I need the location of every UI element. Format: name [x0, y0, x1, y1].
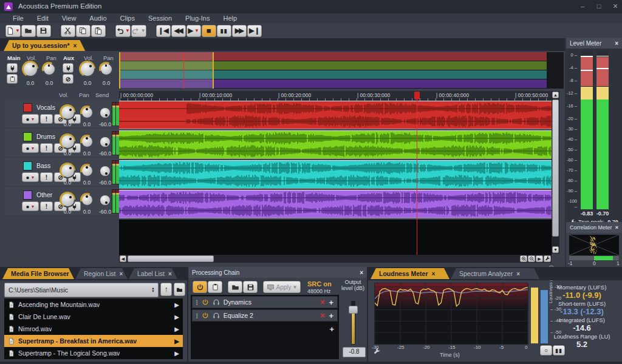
track-lane-vocals[interactable]	[119, 101, 552, 129]
track-header-drums[interactable]: Drums ●▼ ! ⊘ 0.0 0.0 -60.0	[5, 129, 119, 157]
session-tab[interactable]: Up to you.session* ×	[4, 40, 85, 51]
timeline-ruler[interactable]: | 00:00:00:000| 00:00:10:000| 00:00:20:0…	[119, 91, 552, 101]
record-arm-button[interactable]: ●▼	[22, 114, 39, 124]
scroll-down-icon[interactable]: ▼	[552, 246, 559, 253]
scroll-up-icon[interactable]: ▲	[552, 92, 559, 98]
output-level-value[interactable]: -0.8	[343, 347, 366, 357]
solo-button[interactable]: !	[40, 114, 53, 124]
path-dropdown[interactable]: C:\Users\Stian\Music ▲▼	[4, 283, 159, 297]
processing-chain-close-icon[interactable]: ×	[360, 269, 363, 276]
preview-play-icon[interactable]: ▶	[174, 338, 179, 345]
stop-button[interactable]: ■	[202, 25, 216, 37]
effect-power-icon[interactable]	[202, 298, 209, 306]
track-header-bass[interactable]: Bass ●▼ ! ⊘ 0.0 0.0 -60.0	[5, 158, 119, 186]
menu-clips[interactable]: Clips	[114, 15, 142, 22]
file-row[interactable]: Nimrod.wav▶	[4, 323, 183, 335]
main-volume-knob[interactable]	[22, 61, 38, 77]
menu-plugins[interactable]: Plug-Ins	[179, 15, 216, 22]
zoom-out-icon[interactable]	[528, 255, 535, 262]
tab-media-file-browser[interactable]: Media File Browser×	[2, 268, 74, 279]
track-volume-knob[interactable]	[60, 192, 75, 207]
vertical-scrollbar[interactable]: ▲▼	[552, 91, 559, 254]
apply-button[interactable]: Apply▼	[263, 281, 301, 293]
fast-forward-button[interactable]: ▶▶	[232, 25, 247, 37]
close-button[interactable]: ✕	[610, 2, 621, 12]
file-row[interactable]: Supertramp - The Logical Song.wav▶	[4, 347, 183, 359]
file-row[interactable]: Clair De Lune.wav▶	[4, 311, 183, 323]
tab-close-icon[interactable]: ×	[120, 271, 123, 277]
track-volume-knob[interactable]	[60, 163, 75, 178]
effect-listen-icon[interactable]	[213, 312, 220, 319]
track-lane-drums[interactable]	[119, 130, 552, 159]
menu-audio[interactable]: Audio	[83, 15, 113, 22]
track-pan-knob[interactable]	[80, 193, 94, 206]
track-color-swatch[interactable]	[23, 190, 32, 200]
overview-viewport[interactable]	[119, 52, 214, 89]
path-spinner-icon[interactable]: ▲▼	[151, 287, 158, 293]
v-scroll-thumb[interactable]	[552, 99, 559, 237]
menu-session[interactable]: Session	[142, 15, 179, 22]
effect-add-icon[interactable]: +	[329, 298, 333, 307]
level-meter-close-icon[interactable]: ×	[615, 40, 618, 47]
track-pan-knob[interactable]	[80, 135, 94, 148]
arrangement-settings-icon[interactable]	[544, 255, 551, 262]
track-pan-knob[interactable]	[80, 106, 94, 119]
redo-button[interactable]: ▼	[131, 25, 146, 37]
file-row[interactable]: Ascending the Mountain.wav▶	[4, 298, 183, 311]
track-color-swatch[interactable]	[23, 161, 32, 170]
chain-clipboard-button[interactable]	[208, 281, 222, 293]
paste-button[interactable]	[91, 25, 106, 37]
go-to-start-button[interactable]: ❙◀	[156, 25, 171, 37]
go-to-end-button[interactable]: ▶❙	[247, 25, 262, 37]
track-color-swatch[interactable]	[23, 103, 32, 112]
folder-up-button[interactable]: ↑	[160, 283, 172, 296]
track-lane-other[interactable]	[119, 190, 552, 218]
playhead-marker[interactable]	[414, 92, 420, 99]
session-overview[interactable]	[119, 52, 564, 89]
tab-close-icon[interactable]: ×	[516, 271, 520, 277]
track-color-swatch[interactable]	[23, 132, 32, 141]
menu-view[interactable]: View	[55, 15, 83, 22]
record-arm-button[interactable]: ●▼	[22, 172, 39, 182]
save-button[interactable]	[36, 25, 51, 37]
aux-monitor-button[interactable]	[63, 63, 73, 73]
track-send-knob[interactable]	[98, 135, 111, 148]
track-send-knob[interactable]	[98, 106, 111, 119]
track-lane-bass[interactable]	[119, 160, 552, 189]
minimize-button[interactable]: –	[577, 2, 588, 12]
main-monitor-button[interactable]	[7, 63, 18, 73]
solo-button[interactable]: !	[40, 172, 53, 182]
undo-button[interactable]: ▼	[115, 25, 131, 37]
record-arm-button[interactable]: ●▼	[22, 201, 39, 211]
output-level-slider[interactable]	[351, 301, 355, 345]
menu-edit[interactable]: Edit	[30, 15, 55, 22]
solo-button[interactable]: !	[40, 201, 53, 211]
track-volume-knob[interactable]	[60, 133, 75, 149]
track-send-knob[interactable]	[98, 194, 111, 206]
tab-close-icon[interactable]: ×	[168, 271, 172, 277]
track-send-knob[interactable]	[98, 164, 111, 177]
drag-handle-icon[interactable]: ▪▪▪	[196, 300, 198, 305]
scroll-right-icon[interactable]: ▶	[536, 255, 543, 262]
copy-button[interactable]	[76, 25, 91, 37]
tab-spectrum-analyzer[interactable]: Spectrum Analyzer×	[451, 268, 539, 279]
preview-play-icon[interactable]: ▶	[174, 314, 179, 320]
record-arm-button[interactable]: ●▼	[22, 143, 39, 153]
track-header-vocals[interactable]: Vocals ●▼ ! ⊘ 0.0 0.0 -60.0	[5, 99, 119, 127]
horizontal-scrollbar[interactable]: ◀▶	[119, 255, 552, 263]
drag-handle-icon[interactable]: ▪▪▪	[196, 313, 198, 318]
file-row[interactable]: Supertramp - Breakfast in America.wav▶	[4, 335, 183, 347]
output-slider-handle[interactable]	[349, 306, 358, 314]
tab-close-icon[interactable]: ×	[432, 271, 436, 277]
tab-label-list[interactable]: Label List×	[129, 268, 177, 279]
aux-pan-knob[interactable]	[99, 62, 113, 76]
browse-folder-button[interactable]	[174, 283, 185, 296]
effect-power-icon[interactable]	[202, 312, 209, 319]
correlation-meter-close-icon[interactable]: ×	[615, 224, 618, 231]
chain-save-button[interactable]	[243, 281, 258, 293]
effect-add-icon[interactable]: +	[329, 325, 334, 334]
main-clipboard-button[interactable]	[7, 74, 18, 84]
maximize-button[interactable]: □	[593, 2, 604, 12]
aux-bypass-button[interactable]: ⊘	[63, 74, 73, 84]
track-pan-knob[interactable]	[80, 164, 94, 177]
